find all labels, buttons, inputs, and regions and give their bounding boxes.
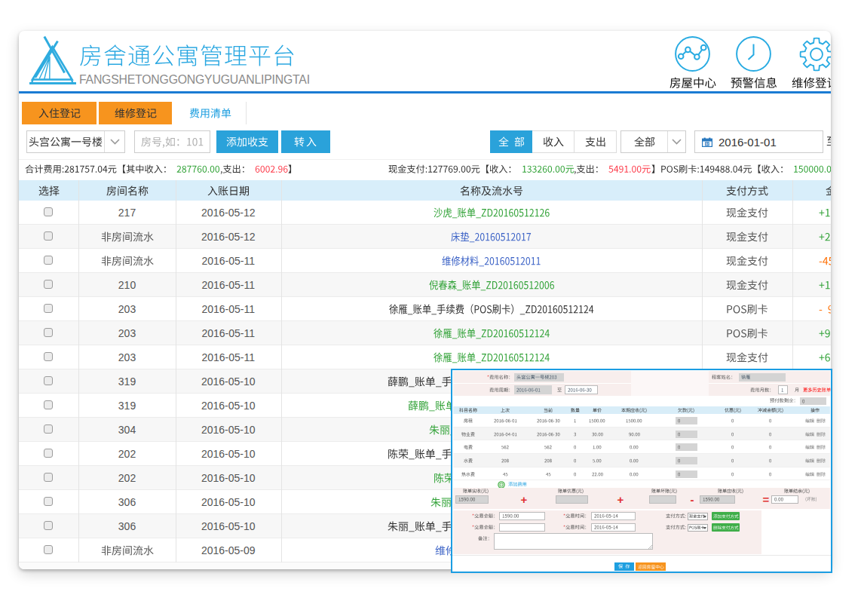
svg-text:6: 6 — [706, 142, 709, 146]
